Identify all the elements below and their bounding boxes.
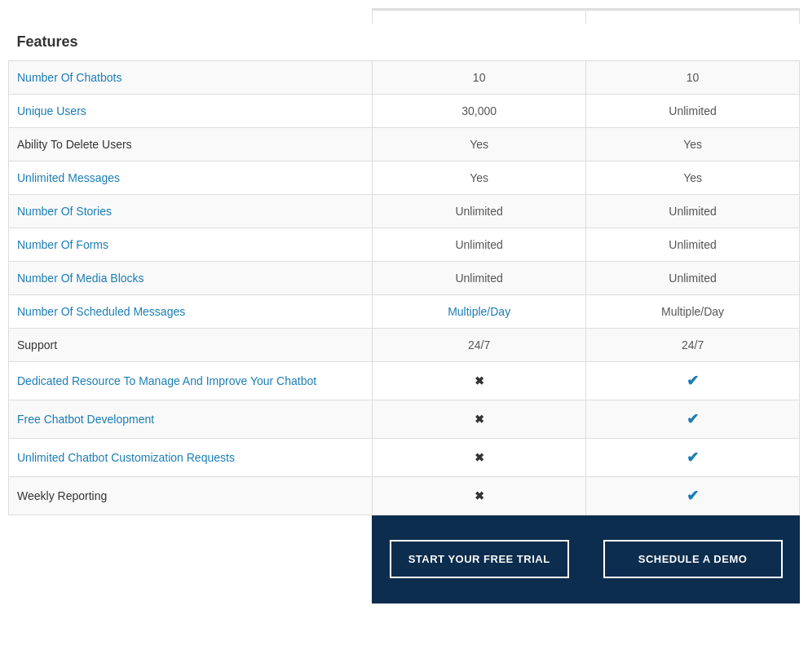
cta-row: START YOUR FREE TRIALSCHEDULE A DEMO — [9, 515, 800, 603]
fully-managed-value: ✔ — [586, 362, 800, 400]
feature-name: Number Of Scheduled Messages — [17, 305, 185, 318]
self-serviced-value: 30,000 — [373, 95, 586, 128]
fully-managed-top-border — [586, 10, 800, 24]
table-row: Weekly Reporting✖✔ — [9, 477, 800, 515]
table-row: Number Of Media BlocksUnlimitedUnlimited — [9, 262, 800, 295]
self-serviced-value: Yes — [373, 128, 586, 161]
schedule-demo-button[interactable]: SCHEDULE A DEMO — [603, 540, 783, 578]
cross-icon: ✖ — [475, 451, 484, 464]
table-row: Unlimited Chatbot Customization Requests… — [9, 439, 800, 477]
feature-name: Number Of Chatbots — [17, 71, 121, 84]
fully-managed-value: Unlimited — [586, 228, 800, 262]
feature-name: Unlimited Messages — [17, 171, 120, 184]
check-icon: ✔ — [687, 488, 699, 504]
table-row: Number Of Scheduled MessagesMultiple/Day… — [9, 295, 800, 329]
feature-cell: Support — [9, 329, 373, 362]
self-serviced-value: 24/7 — [373, 329, 586, 362]
feature-cell: Number Of Scheduled Messages — [9, 295, 373, 329]
self-serviced-value: Unlimited — [373, 228, 586, 262]
feature-cell: Free Chatbot Development — [9, 400, 373, 439]
feature-cell: Unlimited Chatbot Customization Requests — [9, 439, 373, 477]
feature-name: Dedicated Resource To Manage And Improve… — [17, 374, 316, 387]
fully-managed-value: ✔ — [586, 439, 800, 477]
table-row: Number Of StoriesUnlimitedUnlimited — [9, 195, 800, 228]
cta-empty-cell — [9, 515, 373, 603]
fully-managed-value: 24/7 — [586, 329, 800, 362]
feature-name: Unique Users — [17, 104, 86, 117]
fully-managed-value: ✔ — [586, 400, 800, 439]
feature-name: Ability To Delete Users — [17, 138, 132, 151]
table-row: Number Of Chatbots1010 — [9, 61, 800, 95]
start-free-trial-button[interactable]: START YOUR FREE TRIAL — [390, 540, 569, 578]
cross-icon: ✖ — [475, 374, 484, 387]
self-serviced-value: ✖ — [373, 362, 586, 400]
table-row: Free Chatbot Development✖✔ — [9, 400, 800, 439]
fully-managed-value: 10 — [586, 61, 800, 95]
features-label: Features — [9, 24, 373, 61]
self-serviced-top-border — [373, 10, 586, 24]
comparison-table: Features SELF SERVICED FULLY MANAGED Num… — [8, 8, 800, 603]
fully-managed-value: Multiple/Day — [586, 295, 800, 329]
self-serviced-header: SELF SERVICED — [373, 24, 586, 61]
header-row: Features SELF SERVICED FULLY MANAGED — [9, 24, 800, 61]
feature-cell: Ability To Delete Users — [9, 128, 373, 161]
feature-name: Number Of Media Blocks — [17, 272, 144, 285]
table-row: Unique Users30,000Unlimited — [9, 95, 800, 128]
table-row: Unlimited MessagesYesYes — [9, 161, 800, 195]
self-serviced-value: Yes — [373, 161, 586, 195]
table-row: Ability To Delete UsersYesYes — [9, 128, 800, 161]
fully-managed-header: FULLY MANAGED — [586, 24, 800, 61]
feature-name: Number Of Stories — [17, 205, 112, 218]
fully-managed-cta-cell: SCHEDULE A DEMO — [586, 515, 800, 603]
fully-managed-value: Yes — [586, 161, 800, 195]
self-serviced-value: Unlimited — [373, 195, 586, 228]
feature-name: Weekly Reporting — [17, 489, 107, 502]
self-serviced-value: Unlimited — [373, 262, 586, 295]
check-icon: ✔ — [687, 373, 699, 389]
feature-cell: Unlimited Messages — [9, 161, 373, 195]
feature-cell: Number Of Media Blocks — [9, 262, 373, 295]
cross-icon: ✖ — [475, 489, 484, 502]
feature-cell: Dedicated Resource To Manage And Improve… — [9, 362, 373, 400]
check-icon: ✔ — [687, 449, 699, 466]
fully-managed-value: Yes — [586, 128, 800, 161]
feature-name: Unlimited Chatbot Customization Requests — [17, 451, 235, 464]
self-serviced-value: 10 — [373, 61, 586, 95]
table-row: Number Of FormsUnlimitedUnlimited — [9, 228, 800, 262]
self-serviced-value: ✖ — [373, 439, 586, 477]
feature-cell: Number Of Forms — [9, 228, 373, 262]
feature-cell: Number Of Stories — [9, 195, 373, 228]
self-serviced-value: Multiple/Day — [373, 295, 586, 329]
feature-name: Support — [17, 338, 57, 351]
check-icon: ✔ — [687, 411, 699, 427]
table-row: Dedicated Resource To Manage And Improve… — [9, 362, 800, 400]
feature-cell: Number Of Chatbots — [9, 61, 373, 95]
self-serviced-value: ✖ — [373, 477, 586, 515]
feature-name: Free Chatbot Development — [17, 413, 154, 426]
self-serviced-cta-cell: START YOUR FREE TRIAL — [373, 515, 586, 603]
feature-name: Number Of Forms — [17, 238, 108, 251]
top-border-row — [9, 10, 800, 24]
table-row: Support24/724/7 — [9, 329, 800, 362]
fully-managed-value: Unlimited — [586, 262, 800, 295]
fully-managed-value: Unlimited — [586, 95, 800, 128]
feature-cell: Unique Users — [9, 95, 373, 128]
fully-managed-value: ✔ — [586, 477, 800, 515]
fully-managed-value: Unlimited — [586, 195, 800, 228]
empty-corner — [9, 10, 373, 24]
cross-icon: ✖ — [475, 413, 484, 426]
self-serviced-value: ✖ — [373, 400, 586, 439]
feature-cell: Weekly Reporting — [9, 477, 373, 515]
